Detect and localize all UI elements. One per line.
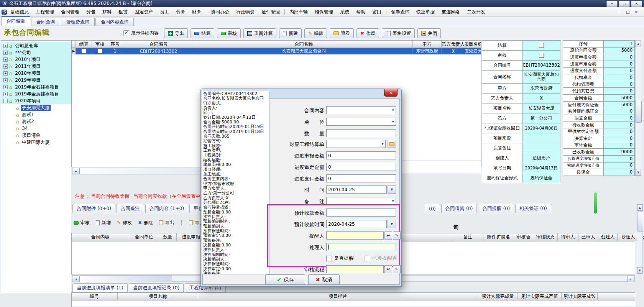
main-tab[interactable]: 合同编辑 (1, 16, 30, 26)
workflow-input[interactable] (326, 265, 384, 273)
mdi-close-button[interactable]: ✕ (633, 10, 639, 14)
time-date-input[interactable]: 2020-04-25 (326, 186, 387, 194)
menu-item[interactable]: 行政物资 (233, 9, 258, 15)
tree-item[interactable]: +⌂***公司 (1, 49, 71, 56)
show-detail-checkbox[interactable]: ✔ (123, 30, 129, 36)
menu-item[interactable]: 快捷单据 (413, 9, 438, 15)
bottom-tab[interactable]: 当前进度填报清单 (1) (72, 283, 128, 292)
mid-export-button[interactable]: 导出 (159, 220, 174, 226)
column-header[interactable]: 合同内容 (72, 233, 129, 241)
scrollbar-thumb[interactable] (637, 212, 643, 231)
column-header[interactable]: 合同编号 (122, 41, 195, 48)
quantity-input[interactable] (326, 129, 396, 137)
row-checkbox[interactable] (97, 49, 102, 54)
tree-item[interactable]: −⌂2020年项目 (1, 97, 71, 104)
column-header[interactable]: 结算 (76, 41, 92, 48)
expand-toggle[interactable]: − (3, 99, 8, 103)
menu-item[interactable]: 内部车辆 (286, 9, 311, 15)
menu-item[interactable]: 租赁 (115, 9, 131, 15)
sub-tab[interactable]: 相关签证 (0) (515, 204, 551, 213)
expand-toggle[interactable]: + (3, 85, 8, 89)
expect-amount-input[interactable] (326, 208, 396, 217)
pay-amount-input[interactable]: 0 (326, 174, 396, 182)
menu-item[interactable]: 材料 (99, 9, 115, 15)
new-button[interactable]: 新建 (279, 28, 302, 38)
scroll-right-button[interactable]: ► (627, 276, 634, 282)
menu-item[interactable]: 劳务 (172, 9, 189, 15)
maximize-button[interactable]: □ (619, 1, 630, 7)
column-header[interactable]: 附件扩展名 (483, 233, 514, 241)
close-page-button[interactable]: ◄关闭 (417, 28, 441, 38)
save-button[interactable]: ✔ 保存 (265, 274, 305, 285)
sub-tab[interactable]: 合同备注 (117, 204, 144, 213)
column-header[interactable]: 项目描述 (198, 293, 478, 300)
close-button[interactable]: ✕ (631, 1, 642, 7)
menu-item[interactable]: 领导查询 (388, 9, 413, 15)
menu-item[interactable]: 分包 (83, 9, 99, 15)
green-scroll-thumb[interactable] (594, 192, 597, 213)
column-header[interactable]: 审核 (92, 41, 108, 48)
column-header[interactable]: 编号 (72, 293, 118, 300)
column-header[interactable]: 累计实际完成产值 (518, 293, 562, 300)
tree-item[interactable]: ⌂项目清单 (11, 132, 71, 139)
expand-toggle[interactable]: + (3, 71, 8, 76)
tree-item[interactable]: ⌂测试2 (11, 118, 71, 125)
handler-input[interactable] (326, 243, 396, 251)
tree-item[interactable]: +⌂2011年项目 (1, 63, 71, 70)
edit-button[interactable]: ✎编辑 (304, 28, 327, 38)
void-button[interactable]: ✖作废 (356, 28, 379, 38)
mid-delete-button[interactable]: ✖删除 (138, 220, 153, 226)
detail-checkbox[interactable] (539, 53, 544, 58)
menu-item[interactable]: 重连网络 (438, 9, 463, 15)
remind-option[interactable]: 是否提醒 (326, 255, 354, 262)
column-header[interactable]: 序号 (108, 41, 122, 48)
menu-item[interactable]: 工程管理 (32, 9, 58, 15)
v-scrollbar-detail[interactable]: ▲ ▼ (635, 40, 641, 176)
menu-item[interactable]: 协同办公 (207, 9, 233, 15)
menu-item[interactable]: 二次开发 (463, 9, 489, 15)
column-header[interactable]: 审核状态 (533, 233, 558, 241)
settle-button[interactable]: 结算 (191, 28, 214, 38)
tree-item[interactable]: +⌂公司总仓库 (1, 42, 71, 49)
tree-item[interactable]: +⌂2018年项目 (1, 70, 71, 77)
v-scrollbar-lower[interactable]: ▲ ▼ (637, 204, 643, 274)
remark-combo[interactable]: ▼ (326, 197, 396, 205)
export-button[interactable]: 导出 (164, 28, 188, 38)
sub-tab[interactable]: 合同借阅 (0) (441, 204, 477, 213)
mid-add-button[interactable]: 新增 (96, 220, 111, 226)
scrollbar-thumb[interactable] (636, 101, 642, 123)
scrollbar-thumb[interactable] (79, 276, 172, 282)
menu-item[interactable]: 财务 (189, 9, 205, 15)
menu-item[interactable]: 员工 (156, 9, 172, 15)
remind-checkbox[interactable] (326, 256, 332, 261)
main-tab[interactable]: 合同查询 (31, 18, 60, 26)
dialog-close-button[interactable]: ✕ (384, 89, 398, 97)
settle-folder-button[interactable] (388, 140, 396, 148)
person-picker-button[interactable]: ↩ (384, 231, 392, 240)
audit-cell[interactable] (92, 48, 108, 54)
mdi-restore-button[interactable]: □ (625, 10, 631, 14)
main-tab[interactable]: 管理费查询 (61, 18, 95, 26)
menu-item[interactable]: 维保管理 (311, 9, 337, 15)
detail-value[interactable] (522, 41, 560, 51)
column-header[interactable]: 抄送人 (618, 233, 639, 241)
workflow-pencil-button[interactable]: ✎ (393, 265, 401, 273)
sub-tab[interactable]: 合同提醒 (0) (478, 204, 514, 213)
menu-item[interactable]: 固定资产 (131, 9, 156, 15)
row-checkbox[interactable] (81, 49, 86, 54)
content-combo[interactable]: ▼ (326, 106, 396, 114)
sub-tab[interactable]: (0) (425, 204, 440, 213)
expand-toggle[interactable]: + (3, 92, 8, 96)
expect-time-dropdown-button[interactable]: ▼ (388, 220, 396, 228)
reminder-input[interactable] (326, 231, 384, 240)
column-header[interactable]: 累计实际完成量 (478, 293, 518, 300)
menu-item[interactable]: 合同管理 (58, 9, 83, 15)
main-tab[interactable]: 合同内容查询 (95, 18, 134, 26)
column-header[interactable]: 累计实际完成% (562, 293, 598, 300)
detail-checkbox[interactable] (539, 43, 544, 48)
table-setup-button[interactable]: 表格设置 (382, 28, 415, 38)
scroll-down-button[interactable]: ▼ (637, 267, 642, 274)
column-header[interactable]: 创建人 (598, 233, 618, 241)
column-header[interactable]: 项目名称 (465, 41, 481, 48)
settle-cell[interactable] (76, 48, 92, 54)
